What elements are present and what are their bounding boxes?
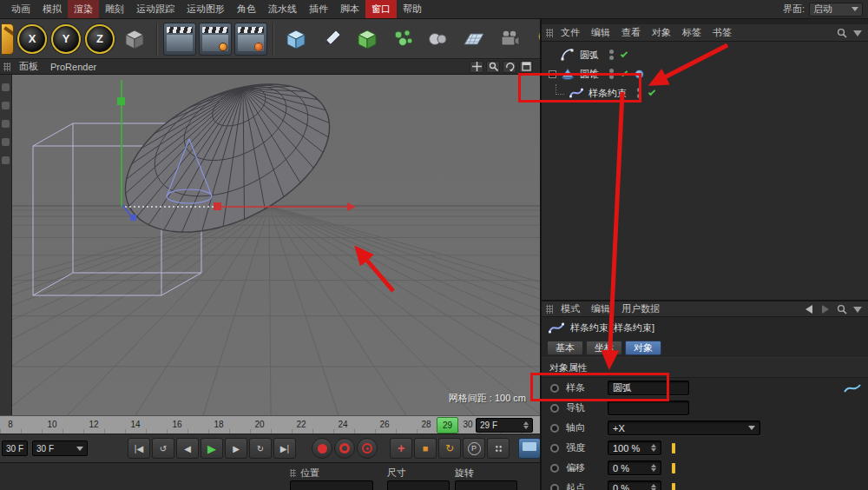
stepper-icon[interactable]: [651, 441, 656, 454]
animation-dot[interactable]: [550, 404, 559, 413]
position-x-input[interactable]: [290, 480, 373, 490]
subdivision-surface-button[interactable]: [351, 23, 384, 56]
key-scale-button[interactable]: ■: [414, 438, 437, 459]
animation-dot[interactable]: [550, 424, 559, 433]
animation-dot[interactable]: [550, 444, 559, 453]
range-end-field[interactable]: 30 F: [2, 440, 28, 456]
rotate-view-icon[interactable]: [503, 61, 516, 73]
render-monitor-button[interactable]: [518, 438, 541, 459]
spline-link-field[interactable]: 圆弧: [608, 381, 689, 395]
key-position-button[interactable]: +: [390, 438, 412, 459]
collapse-expander-icon[interactable]: [549, 70, 556, 78]
tool-icon[interactable]: [2, 156, 10, 164]
visibility-dots[interactable]: [637, 88, 641, 98]
enabled-check-icon[interactable]: [621, 50, 628, 56]
loop-playback-button[interactable]: ↻: [249, 438, 272, 459]
range-preset-dropdown[interactable]: 30 F: [32, 440, 88, 456]
make-editable-icon[interactable]: [2, 23, 14, 55]
menu-item-render[interactable]: 渲染: [68, 0, 99, 18]
add-primitive-cube-button[interactable]: [279, 23, 312, 56]
tool-icon[interactable]: [2, 120, 10, 128]
size-x-input[interactable]: [387, 480, 450, 490]
animation-dot[interactable]: [550, 484, 559, 490]
viewport-3d[interactable]: 网格间距 : 100 cm: [12, 75, 540, 415]
menu-item-mograph[interactable]: 运动图形: [181, 0, 231, 18]
layout-select[interactable]: 启动: [809, 3, 863, 17]
object-row-cone[interactable]: 圆锥: [542, 64, 868, 83]
key-rotation-button[interactable]: ↻: [438, 438, 461, 459]
key-parameter-button[interactable]: P: [463, 438, 485, 459]
rotation-h-input[interactable]: [455, 480, 517, 490]
menu-item-window[interactable]: 窗口: [365, 0, 397, 18]
viewport-menu-panel[interactable]: 面板: [14, 58, 43, 75]
timeline-ruler[interactable]: 8 10 12 14 16 18 20 22 24 26 28 30 29 29…: [0, 415, 540, 434]
menu-item-help[interactable]: 帮助: [397, 0, 428, 18]
animation-dot[interactable]: [550, 384, 559, 393]
object-row-arc[interactable]: 圆弧: [542, 45, 868, 64]
autokey-button[interactable]: [334, 438, 355, 459]
om-menu-file[interactable]: 文件: [556, 24, 585, 41]
draw-spline-button[interactable]: [315, 23, 348, 56]
enabled-check-icon[interactable]: [621, 69, 628, 76]
previous-frame-button[interactable]: ◀: [176, 438, 199, 459]
goto-end-button[interactable]: ▶|: [273, 438, 296, 459]
phong-tag-icon[interactable]: [635, 70, 644, 79]
tab-coordinates[interactable]: 坐标: [586, 341, 622, 355]
offset-input[interactable]: 0 %: [608, 460, 661, 475]
axis-dropdown[interactable]: +X: [608, 420, 760, 435]
search-icon[interactable]: [837, 28, 847, 38]
next-frame-button[interactable]: ▶: [225, 438, 247, 459]
tool-icon[interactable]: [2, 83, 10, 91]
record-keyframe-button[interactable]: [312, 438, 332, 459]
menu-item-animate[interactable]: 动画: [5, 0, 36, 18]
keyframe-selection-button[interactable]: [357, 438, 378, 459]
viewport-menu-prorender[interactable]: ProRender: [45, 60, 102, 74]
menu-item-script[interactable]: 脚本: [334, 0, 365, 18]
metaball-button[interactable]: [422, 23, 455, 56]
play-button[interactable]: ▶: [201, 438, 223, 459]
object-properties-section[interactable]: 对象属性: [542, 357, 868, 378]
stepper-icon[interactable]: [651, 481, 656, 490]
filter-icon[interactable]: [853, 30, 862, 41]
filter-icon[interactable]: [853, 307, 862, 317]
tool-icon[interactable]: [2, 102, 10, 109]
render-view-button[interactable]: [163, 23, 196, 56]
om-menu-tags[interactable]: 标签: [677, 24, 707, 41]
play-backwards-button[interactable]: ↺: [152, 438, 174, 459]
menu-item-plugins[interactable]: 插件: [303, 0, 334, 18]
om-menu-bookmarks[interactable]: 书签: [707, 24, 737, 41]
left-tool-strip[interactable]: [0, 75, 12, 415]
stepper-icon[interactable]: [523, 419, 529, 432]
start-input[interactable]: 0 %: [608, 480, 661, 490]
stepper-icon[interactable]: [651, 461, 656, 474]
key-pla-button[interactable]: [487, 438, 510, 459]
mograph-array-button[interactable]: [386, 23, 419, 56]
tab-basic[interactable]: 基本: [547, 341, 583, 355]
visibility-dots[interactable]: [609, 50, 614, 60]
am-menu-mode[interactable]: 模式: [556, 301, 585, 317]
axis-lock-y-button[interactable]: Y: [51, 24, 81, 54]
rail-link-field[interactable]: [608, 401, 689, 415]
slider-handle[interactable]: [672, 443, 675, 454]
menu-item-character[interactable]: 角色: [231, 0, 262, 18]
coordinate-system-button[interactable]: [118, 23, 151, 56]
floor-button[interactable]: [457, 23, 490, 56]
animation-dot[interactable]: [550, 464, 559, 473]
current-frame-field[interactable]: 29 F: [476, 418, 533, 433]
enabled-check-icon[interactable]: [648, 88, 655, 95]
tool-icon[interactable]: [2, 138, 10, 146]
zoom-view-icon[interactable]: [486, 61, 500, 73]
slider-handle[interactable]: [672, 483, 675, 490]
slider-handle[interactable]: [672, 463, 675, 473]
pan-view-icon[interactable]: [470, 61, 483, 73]
menu-item-motion-tracker[interactable]: 运动跟踪: [130, 0, 181, 18]
object-row-spline-constraint[interactable]: 样条约束: [542, 83, 868, 103]
om-menu-view[interactable]: 查看: [616, 24, 646, 41]
tab-object[interactable]: 对象: [625, 341, 661, 355]
playhead[interactable]: 29: [437, 417, 458, 434]
axis-lock-x-button[interactable]: X: [17, 24, 47, 54]
search-icon[interactable]: [837, 304, 847, 315]
visibility-dots[interactable]: [609, 69, 614, 79]
goto-start-button[interactable]: |◀: [128, 438, 150, 459]
menu-item-sculpt[interactable]: 雕刻: [99, 0, 130, 18]
